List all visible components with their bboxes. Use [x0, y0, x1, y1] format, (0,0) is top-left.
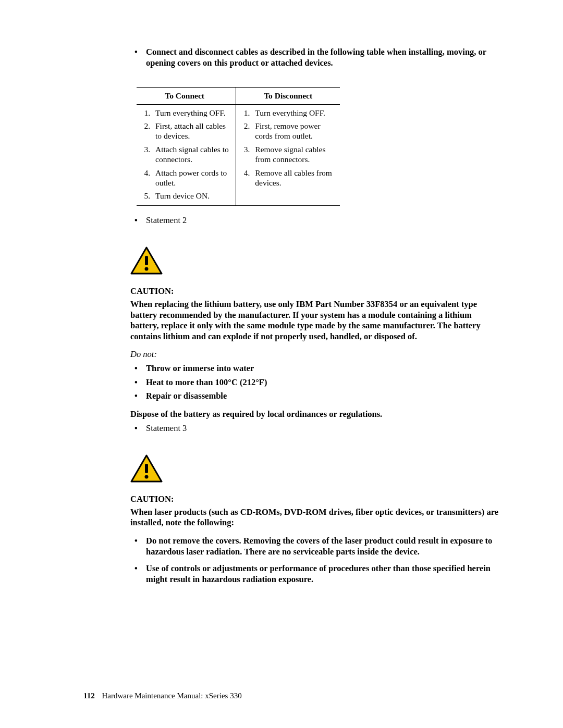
caution-3-item: Use of controls or adjustments or perfor…	[130, 563, 500, 585]
statement-3-bullet: Statement 3	[130, 423, 500, 434]
page-number: 112	[83, 692, 95, 700]
caution-icon	[130, 246, 500, 276]
caution-heading: CAUTION:	[130, 286, 500, 297]
statement-2-bullet: Statement 2	[130, 215, 500, 226]
document-page: Connect and disconnect cables as describ…	[0, 0, 563, 728]
table-row: 4. Attach power cords to outlet. 4. Remo…	[137, 166, 340, 190]
table-row: 5. Turn device ON.	[137, 189, 340, 205]
caution-icon	[130, 454, 500, 484]
svg-point-5	[145, 475, 149, 479]
table-row: 1. Turn everything OFF. 1. Turn everythi…	[137, 104, 340, 119]
svg-rect-4	[145, 464, 148, 473]
do-not-item: Throw or immerse into water	[130, 363, 500, 374]
statement-2-label: Statement 2	[130, 215, 500, 226]
page-footer: 112 Hardware Maintenance Manual: xSeries…	[83, 691, 242, 701]
caution-3-text: When laser products (such as CD-ROMs, DV…	[130, 507, 500, 528]
caution-3-list: Do not remove the covers. Removing the c…	[130, 536, 500, 585]
do-not-item: Repair or disassemble	[130, 391, 500, 402]
svg-rect-1	[145, 256, 148, 265]
do-not-item: Heat to more than 100°C (212°F)	[130, 377, 500, 388]
statement-3-label: Statement 3	[130, 423, 500, 434]
connect-disconnect-table: To Connect To Disconnect 1. Turn everyth…	[137, 87, 340, 205]
table-row: 2. First, attach all cables to devices. …	[137, 119, 340, 143]
page-content: Connect and disconnect cables as describ…	[130, 47, 500, 585]
svg-point-2	[145, 267, 149, 271]
caution-heading: CAUTION:	[130, 494, 500, 505]
do-not-label: Do not:	[130, 349, 500, 360]
dispose-text: Dispose of the battery as required by lo…	[130, 409, 500, 420]
caution-2-text: When replacing the lithium battery, use …	[130, 299, 500, 342]
table-row: 3. Attach signal cables to connectors. 3…	[137, 143, 340, 166]
footer-title: Hardware Maintenance Manual: xSeries 330	[102, 692, 241, 700]
table-header-disconnect: To Disconnect	[236, 88, 340, 104]
intro-bullet-list: Connect and disconnect cables as describ…	[130, 47, 500, 68]
caution-3-item: Do not remove the covers. Removing the c…	[130, 536, 500, 557]
intro-bullet: Connect and disconnect cables as describ…	[130, 47, 500, 68]
do-not-list: Throw or immerse into water Heat to more…	[130, 363, 500, 402]
table-header-connect: To Connect	[137, 88, 236, 104]
